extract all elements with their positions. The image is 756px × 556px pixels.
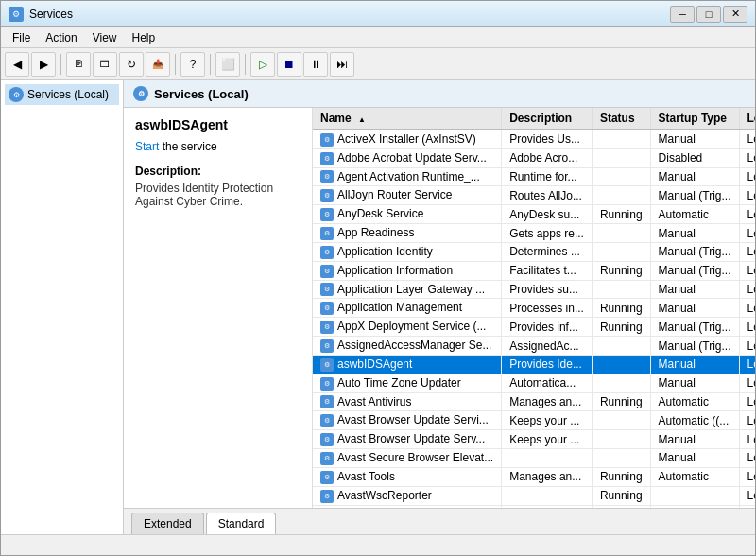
service-row-icon: ⚙	[320, 189, 334, 202]
cell-startup	[650, 486, 739, 505]
column-header-name[interactable]: Name ▲	[313, 108, 502, 130]
cell-status	[592, 280, 650, 299]
tab-standard[interactable]: Standard	[206, 513, 277, 534]
cell-logon: Loc...	[739, 392, 755, 411]
properties-button[interactable]: ⬜	[215, 52, 240, 77]
cell-logon: Loc...	[739, 186, 755, 205]
column-header-description[interactable]: Description	[502, 108, 593, 130]
stop-service-button[interactable]: ⏹	[277, 52, 301, 77]
cell-description: Automatica...	[502, 374, 593, 392]
cell-name: ⚙ActiveX Installer (AxInstSV)	[313, 130, 502, 148]
service-row-icon: ⚙	[320, 208, 334, 221]
table-row[interactable]: ⚙App Readiness Gets apps re... Manual Lo…	[313, 224, 755, 243]
table-row[interactable]: ⚙Auto Time Zone Updater Automatica... Ma…	[313, 374, 755, 392]
cell-status	[592, 148, 650, 167]
table-row[interactable]: ⚙Application Management Processes in... …	[313, 299, 755, 318]
sidebar-item-label: Services (Local)	[27, 88, 109, 101]
maximize-button[interactable]: □	[696, 6, 721, 23]
table-row[interactable]: ⚙AnyDesk Service AnyDesk su... Running A…	[313, 205, 755, 224]
cell-name: ⚙Avast Browser Update Serv...	[313, 430, 502, 449]
table-row[interactable]: ⚙Application Layer Gateway ... Provides …	[313, 280, 755, 299]
cell-startup: Manual	[650, 430, 739, 449]
service-row-icon: ⚙	[320, 133, 334, 147]
cell-logon: Loc...	[739, 167, 755, 186]
column-header-startup[interactable]: Startup Type	[650, 108, 739, 130]
separator-1	[60, 54, 61, 75]
app-icon: ⚙	[9, 7, 24, 22]
start-service-text: the service	[159, 140, 216, 153]
menu-file[interactable]: File	[5, 29, 38, 46]
back-button[interactable]: ◀	[5, 52, 29, 77]
table-row[interactable]: ⚙AppX Deployment Service (... Provides i…	[313, 318, 755, 337]
cell-logon: Loc...	[739, 430, 755, 449]
menu-view[interactable]: View	[85, 29, 125, 46]
close-button[interactable]: ✕	[723, 6, 747, 23]
table-row[interactable]: ⚙Avast Antivirus Manages an... Running A…	[313, 392, 755, 411]
cell-logon: Loc...	[739, 130, 755, 148]
table-row[interactable]: ⚙Avast Browser Update Serv... Keeps your…	[313, 430, 755, 449]
cell-name: ⚙Application Information	[313, 261, 502, 280]
start-service-button[interactable]: ▷	[250, 52, 275, 77]
service-row-icon: ⚙	[320, 433, 334, 446]
service-row-icon: ⚙	[320, 265, 334, 278]
cell-description: Manages an...	[502, 392, 593, 411]
menu-action[interactable]: Action	[38, 29, 84, 46]
forward-button[interactable]: ▶	[31, 52, 56, 77]
toolbar: ◀ ▶ 🖹 🗔 ↻ 📤 ? ⬜ ▷ ⏹ ⏸ ⏭	[1, 48, 755, 80]
help-button[interactable]: ?	[180, 52, 205, 77]
refresh-button[interactable]: ↻	[119, 52, 144, 77]
show-hide-console-button[interactable]: 🖹	[66, 52, 91, 77]
minimize-button[interactable]: ─	[670, 6, 695, 23]
cell-status	[592, 167, 650, 186]
cell-description: Manages an...	[502, 467, 593, 486]
service-row-icon: ⚙	[320, 358, 334, 372]
cell-status	[592, 224, 650, 243]
menu-help[interactable]: Help	[125, 29, 163, 46]
cell-name: ⚙Avast Browser Update Servi...	[313, 411, 502, 430]
cell-description: Gets apps re...	[502, 224, 593, 243]
column-header-status[interactable]: Status	[592, 108, 650, 130]
export-button[interactable]: 📤	[146, 52, 170, 77]
cell-status: Running	[592, 299, 650, 318]
cell-logon: Loc...	[739, 280, 755, 299]
cell-description: AssignedAc...	[502, 337, 593, 356]
cell-logon: Loc...	[739, 299, 755, 318]
cell-name: ⚙Application Identity	[313, 242, 502, 261]
table-row[interactable]: ⚙Adobe Acrobat Update Serv... Adobe Acro…	[313, 148, 755, 167]
cell-description: Processes in...	[502, 299, 593, 318]
table-row[interactable]: ⚙AssignedAccessManager Se... AssignedAc.…	[313, 337, 755, 356]
description-text: Provides Identity Protection Against Cyb…	[135, 182, 301, 208]
service-row-icon: ⚙	[320, 339, 334, 353]
table-row[interactable]: ⚙Avast Browser Update Servi... Keeps you…	[313, 411, 755, 430]
cell-status: Running	[592, 486, 650, 505]
table-row[interactable]: ⚙Avast Secure Browser Elevat... Manual L…	[313, 449, 755, 468]
table-row[interactable]: ⚙Agent Activation Runtime_... Runtime fo…	[313, 167, 755, 186]
table-header-row: Name ▲ Description Status Startup Type L…	[313, 108, 755, 130]
table-row[interactable]: ⚙ActiveX Installer (AxInstSV) Provides U…	[313, 130, 755, 148]
sidebar-item-services-local[interactable]: ⚙ Services (Local)	[5, 84, 119, 105]
table-row[interactable]: ⚙Avast Tools Manages an... Running Autom…	[313, 467, 755, 486]
table-row[interactable]: ⚙Application Identity Determines ... Man…	[313, 242, 755, 261]
cell-startup: Manual	[650, 280, 739, 299]
description-label: Description:	[135, 165, 301, 178]
title-bar: ⚙ Services ─ □ ✕	[1, 1, 755, 27]
cell-startup: Manual	[650, 224, 739, 243]
cell-description: Keeps your ...	[502, 411, 593, 430]
table-row[interactable]: ⚙Application Information Facilitates t..…	[313, 261, 755, 280]
cell-startup: Manual	[650, 374, 739, 392]
service-row-icon: ⚙	[320, 170, 334, 183]
table-row[interactable]: ⚙aswbIDSAgent Provides Ide... Manual Loc…	[313, 355, 755, 374]
service-row-icon: ⚙	[320, 302, 334, 315]
table-row[interactable]: ⚙AllJoyn Router Service Routes AllJo... …	[313, 186, 755, 205]
cell-logon: Loc...	[739, 374, 755, 392]
cell-status	[592, 337, 650, 356]
column-header-logon[interactable]: Log On As	[739, 108, 755, 130]
new-window-button[interactable]: 🗔	[93, 52, 117, 77]
table-row[interactable]: ⚙AvastWscReporter Running Loc...	[313, 486, 755, 505]
restart-service-button[interactable]: ⏭	[330, 52, 354, 77]
tab-extended[interactable]: Extended	[131, 513, 204, 534]
pause-service-button[interactable]: ⏸	[303, 52, 328, 77]
start-service-link[interactable]: Start	[135, 140, 159, 153]
cell-status	[592, 430, 650, 449]
cell-startup: Automatic ((...	[650, 411, 739, 430]
